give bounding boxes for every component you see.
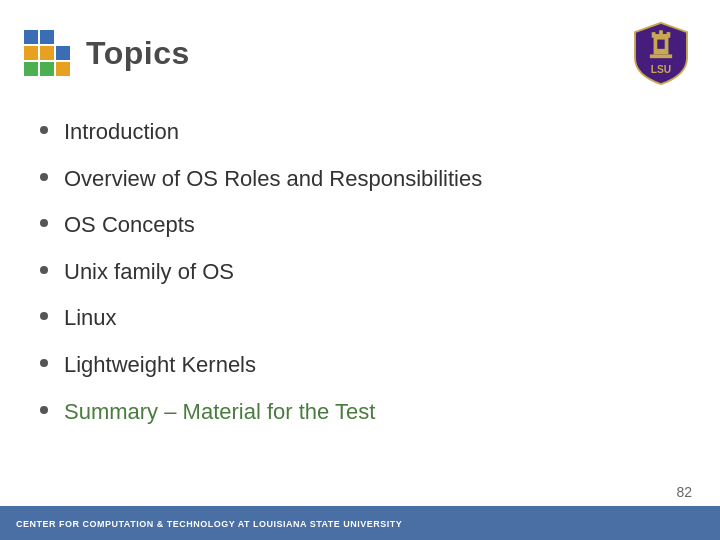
svg-text:LSU: LSU	[651, 64, 671, 75]
svg-rect-4	[657, 39, 664, 48]
bullet-dot-4	[40, 312, 48, 320]
bullet-item-2: OS Concepts	[40, 211, 680, 240]
bullet-dot-3	[40, 266, 48, 274]
slide-header: Topics LSU	[0, 0, 720, 98]
bullet-item-4: Linux	[40, 304, 680, 333]
logo-cell-1	[40, 30, 54, 44]
page-number: 82	[676, 484, 692, 500]
slide-title: Topics	[86, 35, 190, 72]
svg-rect-5	[650, 54, 672, 58]
bullet-item-3: Unix family of OS	[40, 258, 680, 287]
bullet-item-0: Introduction	[40, 118, 680, 147]
bullet-text-5: Lightweight Kernels	[64, 351, 256, 380]
svg-rect-1	[652, 32, 656, 38]
lsu-shield-icon: LSU	[631, 21, 691, 86]
header-left: Topics	[24, 30, 190, 76]
bullet-item-1: Overview of OS Roles and Responsibilitie…	[40, 165, 680, 194]
logo-cell-3	[24, 46, 38, 60]
bullet-text-0: Introduction	[64, 118, 179, 147]
slide-content: IntroductionOverview of OS Roles and Res…	[0, 98, 720, 506]
logo-cell-4	[40, 46, 54, 60]
bullet-text-1: Overview of OS Roles and Responsibilitie…	[64, 165, 482, 194]
bullet-dot-1	[40, 173, 48, 181]
bullet-dot-2	[40, 219, 48, 227]
bullet-dot-6	[40, 406, 48, 414]
bullet-list: IntroductionOverview of OS Roles and Res…	[40, 118, 680, 426]
logo-cell-5	[56, 46, 70, 60]
svg-rect-2	[667, 32, 671, 38]
logo-cell-2	[56, 30, 70, 44]
logo-cell-0	[24, 30, 38, 44]
lsu-logo: LSU	[626, 18, 696, 88]
bullet-item-6: Summary – Material for the Test	[40, 398, 680, 427]
footer-text: CENTER FOR COMPUTATION & TECHNOLOGY AT L…	[16, 519, 402, 529]
bullet-text-3: Unix family of OS	[64, 258, 234, 287]
bullet-dot-5	[40, 359, 48, 367]
svg-rect-3	[659, 30, 663, 36]
bullet-text-4: Linux	[64, 304, 117, 333]
bullet-text-6: Summary – Material for the Test	[64, 398, 375, 427]
slide: Topics LSU Introduction	[0, 0, 720, 540]
cct-logo	[24, 30, 70, 76]
bullet-text-2: OS Concepts	[64, 211, 195, 240]
bullet-item-5: Lightweight Kernels	[40, 351, 680, 380]
bullet-dot-0	[40, 126, 48, 134]
logo-cell-7	[40, 62, 54, 76]
logo-cell-8	[56, 62, 70, 76]
footer-bar: CENTER FOR COMPUTATION & TECHNOLOGY AT L…	[0, 508, 720, 540]
logo-cell-6	[24, 62, 38, 76]
